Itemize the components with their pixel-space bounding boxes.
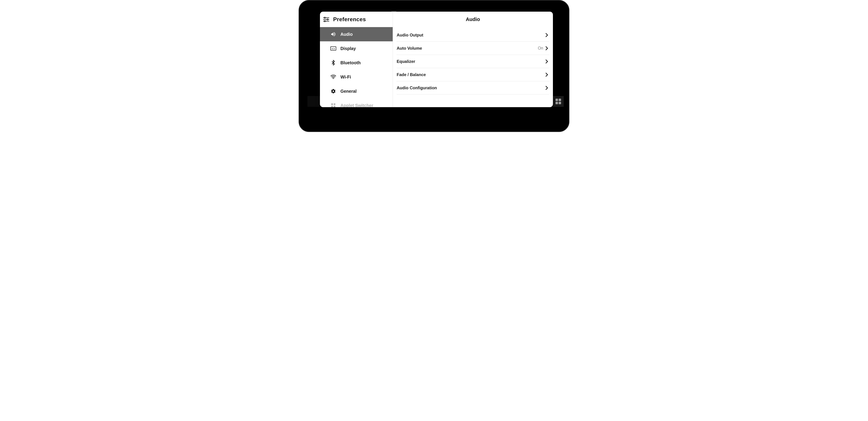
setting-label: Fade / Balance (397, 72, 426, 77)
sidebar-item-bluetooth[interactable]: Bluetooth (320, 56, 393, 70)
gear-icon (330, 88, 336, 94)
svg-point-5 (324, 21, 326, 22)
sidebar-item-label: General (340, 89, 356, 94)
content-title: Audio (397, 12, 549, 29)
device-frame: Preferences Audio (299, 0, 569, 132)
svg-point-3 (327, 19, 328, 20)
preferences-panel: Preferences Audio (320, 12, 553, 107)
app-switcher-button[interactable] (553, 96, 564, 107)
row-fade-balance[interactable]: Fade / Balance (397, 68, 549, 81)
sidebar-item-audio[interactable]: Audio (320, 27, 393, 41)
svg-rect-9 (331, 103, 333, 105)
svg-rect-10 (334, 103, 335, 105)
sidebar-title: Preferences (333, 16, 366, 23)
row-equalizer[interactable]: Equalizer (397, 55, 549, 68)
chevron-right-icon (546, 73, 548, 77)
svg-text:c ɔ: c ɔ (332, 48, 335, 50)
setting-label: Audio Output (397, 33, 423, 37)
row-audio-configuration[interactable]: Audio Configuration (397, 81, 549, 94)
screen: Preferences Audio (303, 4, 565, 128)
wifi-icon (330, 74, 336, 80)
sidebar-item-label: Wi-Fi (340, 74, 351, 80)
setting-value: On (538, 46, 543, 51)
svg-rect-11 (331, 106, 333, 107)
setting-label: Equalizer (397, 59, 415, 64)
sidebar-item-display[interactable]: c ɔ Display (320, 41, 393, 56)
speaker-icon (330, 31, 336, 37)
content-pane: Audio Audio Output Auto Volume (393, 12, 553, 107)
svg-point-1 (324, 17, 326, 18)
sidebar-item-label: Applet Switcher (340, 103, 373, 107)
sliders-icon (323, 17, 329, 22)
setting-label: Audio Configuration (397, 86, 437, 90)
bluetooth-icon (330, 60, 336, 66)
sidebar-item-applet-switcher[interactable]: Applet Switcher (320, 98, 393, 107)
sidebar-header: Preferences (320, 15, 393, 27)
sidebar-item-wifi[interactable]: Wi-Fi (320, 70, 393, 84)
sidebar-list: Audio c ɔ Display (320, 27, 393, 107)
chevron-right-icon (546, 60, 548, 63)
setting-label: Auto Volume (397, 46, 422, 51)
row-audio-output[interactable]: Audio Output (397, 29, 549, 42)
sidebar-item-label: Audio (340, 32, 353, 37)
sidebar-item-label: Display (340, 46, 356, 51)
row-auto-volume[interactable]: Auto Volume On (397, 42, 549, 55)
svg-rect-12 (334, 106, 335, 107)
grid-icon (330, 102, 336, 107)
sidebar-item-label: Bluetooth (340, 60, 361, 65)
grid-icon (556, 99, 561, 104)
chevron-right-icon (546, 33, 548, 37)
svg-point-8 (333, 78, 334, 79)
chevron-right-icon (546, 86, 548, 90)
chevron-right-icon (546, 47, 548, 50)
display-icon: c ɔ (330, 46, 336, 52)
sidebar: Preferences Audio (320, 12, 393, 107)
sidebar-item-general[interactable]: General (320, 84, 393, 98)
settings-list: Audio Output Auto Volume On (397, 29, 549, 94)
